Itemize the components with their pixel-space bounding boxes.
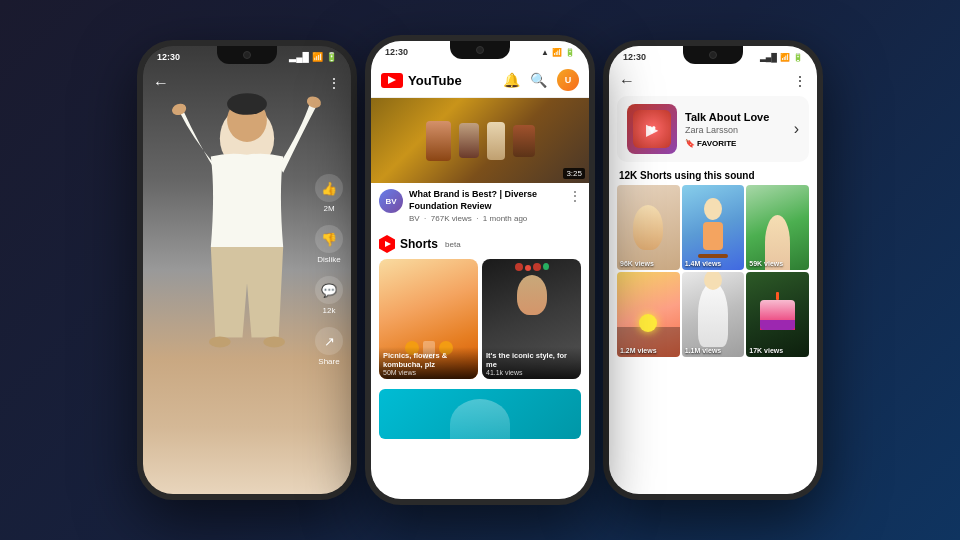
search-icon[interactable]: 🔍	[530, 72, 547, 88]
phone1-notch	[217, 46, 277, 64]
phone3-menu-icon[interactable]: ⋮	[793, 73, 807, 89]
phone2-wifi-icon: 📶	[552, 48, 562, 57]
grid-item-5[interactable]: 1.1M views	[682, 272, 745, 357]
favorite-button[interactable]: 🔖 FAVORITE	[685, 139, 786, 148]
short-card-2[interactable]: It's the iconic style, for me 41.1k view…	[482, 259, 581, 379]
svg-point-6	[263, 337, 285, 348]
video-meta: What Brand is Best? | Diverse Foundation…	[409, 189, 563, 223]
phone1-camera	[243, 51, 251, 59]
phone3-time: 12:30	[623, 52, 646, 62]
phone2-signal-icon: ▲	[541, 48, 549, 57]
shorts-beta-badge: beta	[445, 240, 461, 249]
grid-img-4	[617, 272, 680, 357]
thumbnail-image	[371, 98, 589, 183]
video-title[interactable]: What Brand is Best? | Diverse Foundation…	[409, 189, 563, 212]
short-card-1-views: 50M views	[383, 369, 474, 376]
favorite-label: FAVORITE	[697, 139, 736, 148]
grid-item-6[interactable]: 17K views	[746, 272, 809, 357]
grid-item-2[interactable]: 1.4M views	[682, 185, 745, 270]
youtube-logo-text: YouTube	[408, 73, 462, 88]
phone2-wrapper: 12:30 ▲ 📶 🔋 YouTube 🔔 🔍 U	[365, 35, 595, 505]
phone3-battery-icon: 🔋	[793, 53, 803, 62]
next-section-hint	[371, 389, 589, 439]
youtube-logo-icon	[381, 73, 403, 88]
phone1-screen: 12:30 ▂▄█ 📶 🔋	[143, 46, 351, 494]
phone3-header: ← ⋮	[609, 66, 817, 96]
phone1: 12:30 ▂▄█ 📶 🔋	[137, 40, 357, 500]
dislike-icon[interactable]: 👎	[315, 225, 343, 253]
comments-count: 12k	[323, 306, 336, 315]
video-subtitle: BV · 767K views · 1 month ago	[409, 214, 563, 223]
phone1-menu-icon[interactable]: ⋮	[327, 75, 341, 91]
woman-svg	[157, 66, 337, 446]
share-icon[interactable]: ↗	[315, 327, 343, 355]
grid-img-5	[682, 272, 745, 357]
share-label: Share	[318, 357, 339, 366]
shorts-section: Shorts beta	[371, 229, 589, 383]
channel-avatar[interactable]: BV	[379, 189, 403, 213]
short-card-2-title: It's the iconic style, for me	[486, 351, 577, 369]
phone2-notch	[450, 41, 510, 59]
grid-views-2: 1.4M views	[685, 260, 722, 267]
comments-action[interactable]: 💬 12k	[315, 276, 343, 315]
grid-views-3: 59K views	[749, 260, 783, 267]
shorts-title: Shorts	[400, 237, 438, 251]
phone3-signal-icon: ▂▄█	[760, 53, 777, 62]
like-icon[interactable]: 👍	[315, 174, 343, 202]
grid-item-1[interactable]: 96K views	[617, 185, 680, 270]
grid-views-1: 96K views	[620, 260, 654, 267]
user-avatar[interactable]: U	[557, 69, 579, 91]
grid-item-4[interactable]: 1.2M views	[617, 272, 680, 357]
video-channel-name: BV	[409, 214, 420, 223]
phone1-back-icon[interactable]: ←	[153, 74, 169, 92]
grid-views-4: 1.2M views	[620, 347, 657, 354]
video-menu-icon[interactable]: ⋮	[569, 189, 581, 203]
phone2-battery-icon: 🔋	[565, 48, 575, 57]
svg-point-3	[170, 102, 187, 117]
short-card-1[interactable]: Picnics, flowers & kombucha, plz 50M vie…	[379, 259, 478, 379]
phone3: 12:30 ▂▄█ 📶 🔋 ← ⋮ ♥ Talk About L	[603, 40, 823, 500]
video-duration: 3:25	[563, 168, 585, 179]
youtube-header: YouTube 🔔 🔍 U	[371, 61, 589, 98]
like-count: 2M	[323, 204, 334, 213]
grid-views-5: 1.1M views	[685, 347, 722, 354]
grid-img-2	[682, 185, 745, 270]
chevron-right-icon[interactable]: ›	[794, 120, 799, 138]
featured-thumbnail[interactable]: 3:25	[371, 98, 589, 183]
share-action[interactable]: ↗ Share	[315, 327, 343, 366]
short-card-1-title: Picnics, flowers & kombucha, plz	[383, 351, 474, 369]
phone3-wifi-icon: 📶	[780, 53, 790, 62]
shorts-svg	[379, 235, 395, 253]
song-title: Talk About Love	[685, 111, 786, 123]
comments-icon[interactable]: 💬	[315, 276, 343, 304]
phone2-screen: 12:30 ▲ 📶 🔋 YouTube 🔔 🔍 U	[371, 41, 589, 499]
short-card-1-label: Picnics, flowers & kombucha, plz 50M vie…	[379, 347, 478, 379]
grid-img-1	[617, 185, 680, 270]
dislike-action[interactable]: 👎 Dislike	[315, 225, 343, 264]
shorts-logo-icon	[379, 235, 395, 253]
phone2-status-icons: ▲ 📶 🔋	[541, 48, 575, 57]
phone2-time: 12:30	[385, 47, 408, 57]
song-card[interactable]: ♥ Talk About Love Zara Larsson 🔖 FAVORIT…	[617, 96, 809, 162]
phone3-back-icon[interactable]: ←	[619, 72, 635, 90]
grid-img-6	[746, 272, 809, 357]
phone3-status-icons: ▂▄█ 📶 🔋	[760, 53, 803, 62]
using-sound-text: 12K Shorts using this sound	[609, 162, 817, 185]
grid-img-3	[746, 185, 809, 270]
video-views: 767K views	[431, 214, 472, 223]
song-artist: Zara Larsson	[685, 125, 786, 135]
svg-point-5	[209, 337, 231, 348]
shorts-video-grid: 96K views 1.4M views	[609, 185, 817, 357]
bell-icon[interactable]: 🔔	[503, 72, 520, 88]
phone1-right-actions: 👍 2M 👎 Dislike 💬 12k ↗ Share	[315, 174, 343, 366]
bookmark-icon: 🔖	[685, 139, 695, 148]
grid-item-3[interactable]: 59K views	[746, 185, 809, 270]
song-info: Talk About Love Zara Larsson 🔖 FAVORITE	[685, 111, 786, 148]
youtube-logo[interactable]: YouTube	[381, 73, 462, 88]
grid-views-6: 17K views	[749, 347, 783, 354]
phone3-screen: 12:30 ▂▄█ 📶 🔋 ← ⋮ ♥ Talk About L	[609, 46, 817, 494]
video-info: BV What Brand is Best? | Diverse Foundat…	[371, 183, 589, 229]
phone3-notch	[683, 46, 743, 64]
like-action[interactable]: 👍 2M	[315, 174, 343, 213]
youtube-header-icons: 🔔 🔍 U	[503, 69, 579, 91]
